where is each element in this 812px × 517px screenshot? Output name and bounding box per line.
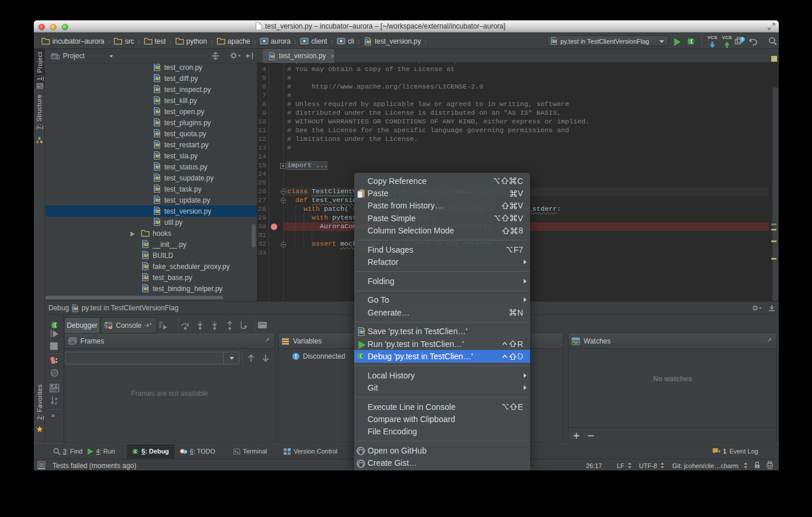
svg-text:z: z [55,401,57,405]
